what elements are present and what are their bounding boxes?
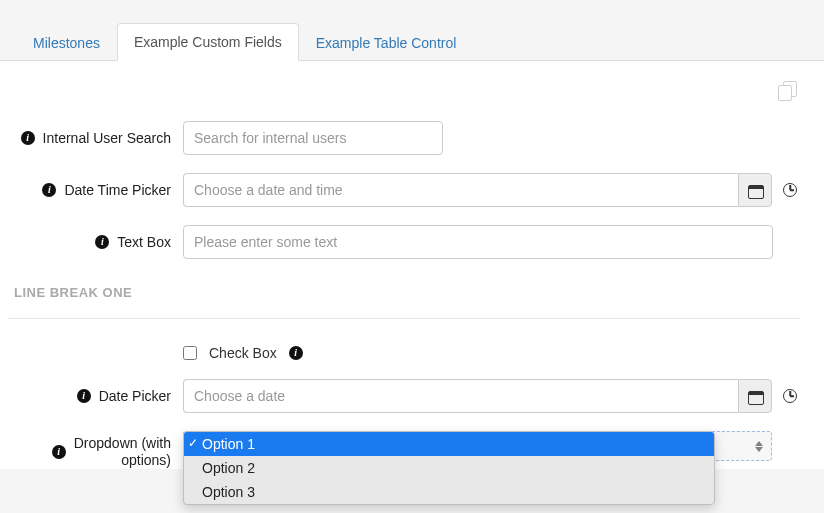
tab-bar: Milestones Example Custom Fields Example… [0, 0, 824, 61]
info-icon: i [95, 235, 109, 249]
label-textbox: Text Box [117, 234, 171, 250]
tab-milestones[interactable]: Milestones [16, 24, 117, 61]
label-checkbox: Check Box [209, 345, 277, 361]
section-break: LINE BREAK ONE [8, 277, 800, 308]
label-datepicker: Date Picker [99, 388, 171, 404]
calendar-icon [748, 183, 762, 197]
calendar-button[interactable] [738, 379, 772, 413]
user-search-input[interactable] [183, 121, 443, 155]
calendar-icon [748, 389, 762, 403]
info-icon: i [289, 346, 303, 360]
dropdown-option[interactable]: Option 1 [184, 432, 714, 456]
form-panel: i Internal User Search i Date Time Picke… [0, 61, 824, 469]
info-icon: i [52, 445, 66, 459]
calendar-button[interactable] [738, 173, 772, 207]
clock-icon[interactable] [783, 183, 797, 197]
label-user-search: Internal User Search [43, 130, 171, 146]
datepicker-input[interactable] [183, 379, 738, 413]
textbox-input[interactable] [183, 225, 773, 259]
clock-icon[interactable] [783, 389, 797, 403]
tab-custom-fields[interactable]: Example Custom Fields [117, 23, 299, 61]
dropdown-listbox: Option 1 Option 2 Option 3 [183, 431, 715, 505]
info-icon: i [21, 131, 35, 145]
datetime-input[interactable] [183, 173, 738, 207]
info-icon: i [42, 183, 56, 197]
label-datetime: Date Time Picker [64, 182, 171, 198]
tab-table-control[interactable]: Example Table Control [299, 24, 474, 61]
dropdown-option[interactable]: Option 2 [184, 456, 714, 480]
checkbox-input[interactable] [183, 346, 197, 360]
divider [8, 318, 800, 319]
label-dropdown: Dropdown (with options) [74, 435, 171, 469]
chevron-updown-icon [755, 437, 767, 455]
dropdown-option[interactable]: Option 3 [184, 480, 714, 504]
info-icon: i [77, 389, 91, 403]
copy-icon[interactable] [778, 81, 800, 103]
